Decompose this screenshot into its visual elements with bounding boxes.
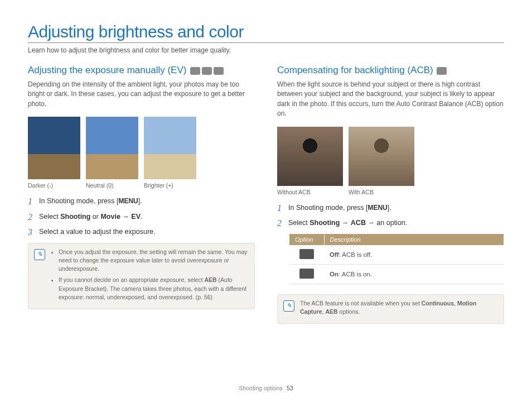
page-number: 53	[287, 385, 293, 391]
caption-darker: Darker (-)	[28, 182, 80, 189]
caption-neutral: Neutral (0)	[86, 182, 138, 189]
section-body-ev: Depending on the intensity of the ambien…	[28, 80, 255, 109]
mode-icons-ev	[190, 67, 224, 75]
page-title: Adjusting brightness and color	[28, 22, 504, 43]
section-heading-acb: Compensating for backlighting (ACB)	[277, 64, 504, 76]
acb-off-icon	[299, 249, 314, 259]
acb-on-icon	[299, 269, 314, 279]
footer-section-label: Shooting options	[239, 385, 282, 391]
video-icon	[214, 67, 224, 75]
note-box-acb: ✎ The ACB feature is not available when …	[277, 294, 504, 324]
menu-button-label: MENU	[118, 197, 138, 205]
acb-image-row: Without ACB With ACB	[277, 127, 504, 195]
section-body-acb: When the light source is behind your sub…	[277, 80, 504, 119]
step-2: Select Shooting or Movie → EV.	[28, 212, 255, 222]
ev-image-neutral	[86, 117, 138, 179]
section-heading-ev: Adjusting the exposure manually (EV)	[28, 64, 255, 76]
menu-button-label: MENU	[367, 204, 387, 212]
ev-image-brighter	[144, 117, 196, 179]
table-row: Off: ACB is off.	[289, 245, 504, 265]
scene-icon	[202, 67, 212, 75]
left-column: Adjusting the exposure manually (EV) Dep…	[28, 64, 255, 324]
note-box-ev: ✎ Once you adjust the exposure, the sett…	[28, 243, 255, 309]
heading-text: Compensating for backlighting (ACB)	[277, 65, 433, 75]
camera-icon	[437, 67, 447, 75]
note-icon: ✎	[283, 300, 294, 312]
ev-image-darker	[28, 117, 80, 179]
ev-steps: In Shooting mode, press [MENU]. Select S…	[28, 197, 255, 237]
step-2: Select Shooting → ACB → an option.	[277, 218, 504, 228]
caption-brighter: Brighter (+)	[144, 182, 196, 189]
acb-image-without	[277, 127, 343, 186]
table-row: On: ACB is on.	[289, 264, 504, 284]
step-1: In Shooting mode, press [MENU].	[277, 203, 504, 213]
th-description: Description	[324, 234, 504, 245]
note-item-1: Once you adjust the exposure, the settin…	[59, 248, 248, 274]
acb-image-with	[349, 127, 414, 186]
camera-icon	[190, 67, 200, 75]
note-icon: ✎	[34, 249, 45, 260]
options-table: Option Description Off: ACB is off. On: …	[289, 234, 504, 284]
footer: Shooting options 53	[0, 384, 532, 392]
right-column: Compensating for backlighting (ACB) When…	[277, 64, 504, 324]
note-text: The ACB feature is not available when yo…	[300, 299, 497, 316]
caption-with-acb: With ACB	[349, 189, 414, 195]
acb-steps: In Shooting mode, press [MENU]. Select S…	[277, 203, 504, 228]
mode-icons-acb	[437, 67, 447, 75]
page-intro: Learn how to adjust the brightness and c…	[28, 46, 504, 54]
caption-without-acb: Without ACB	[277, 189, 343, 195]
step-1: In Shooting mode, press [MENU].	[28, 197, 255, 207]
th-option: Option	[289, 234, 324, 245]
heading-text: Adjusting the exposure manually (EV)	[28, 65, 186, 75]
ev-image-row: Darker (-) Neutral (0) Brighter (+)	[28, 117, 255, 189]
step-3: Select a value to adjust the exposure.	[28, 227, 255, 237]
note-item-2: If you cannot decide on an appropriate e…	[59, 276, 248, 302]
